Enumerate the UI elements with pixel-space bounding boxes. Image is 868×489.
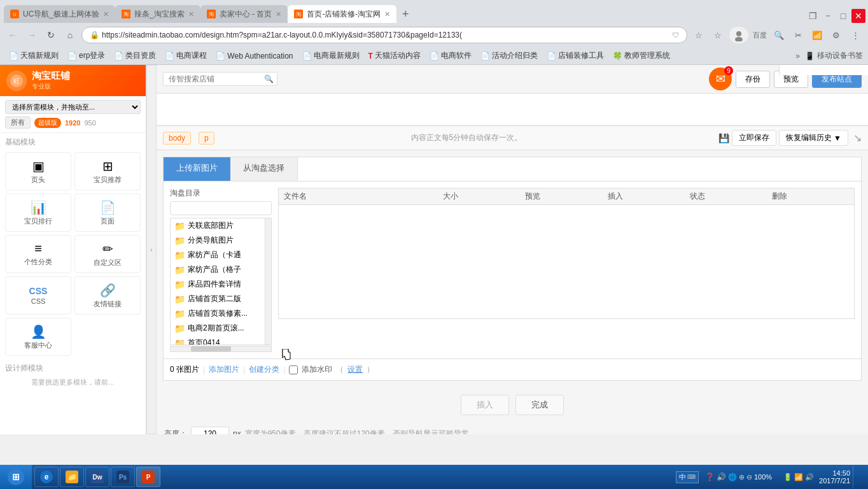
taskbar-item-ppt[interactable]: P xyxy=(136,467,160,487)
bookmarks-more-button[interactable]: » xyxy=(795,52,800,60)
folder-item-8[interactable]: 📁 首页0414 xyxy=(171,336,271,345)
tab-1-close[interactable]: ✕ xyxy=(103,10,109,18)
bookmark-activity-intro[interactable]: 📄 活动介绍归类 xyxy=(477,49,542,62)
bookmark-category[interactable]: 📄 类目资质 xyxy=(110,49,160,62)
module-select[interactable]: 选择所需模块，并拖动至... xyxy=(5,100,141,114)
tab-upload-new[interactable]: 上传新图片 xyxy=(164,157,230,181)
module-item-recommend[interactable]: ⊞ 宝贝推荐 xyxy=(74,152,141,190)
folder-search-input[interactable] xyxy=(170,201,272,215)
tab-1[interactable]: U UC导航_极速上网体验 ✕ xyxy=(4,5,115,23)
bookmark-course[interactable]: 📄 电商课程 xyxy=(161,49,211,62)
restore-window-icon[interactable]: ❐ xyxy=(806,9,820,23)
bookmark-webauth[interactable]: 📄 Web Authentication xyxy=(212,50,297,62)
zoom-minus-icon[interactable]: ⊖ xyxy=(746,473,752,481)
folder-item-4[interactable]: 📁 床品四件套详情 xyxy=(171,277,271,292)
module-item-ranking[interactable]: 📊 宝贝排行 xyxy=(5,194,71,232)
bookmark-erp[interactable]: 📄 erp登录 xyxy=(64,49,109,62)
taskbar-clock[interactable]: 14:50 2017/7/21 xyxy=(819,469,850,485)
star-bookmark-button[interactable]: ☆ xyxy=(691,27,706,43)
mobile-bookmark-area[interactable]: 📱 移动设备书签 xyxy=(805,50,863,61)
module-item-css[interactable]: CSS CSS xyxy=(5,276,71,315)
tab-4-close[interactable]: ✕ xyxy=(384,10,390,18)
module-item-page[interactable]: 📄 页面 xyxy=(74,194,141,232)
tab-4[interactable]: 淘 首页-店铺装修-淘宝网 ✕ xyxy=(288,5,396,23)
bookmarks-bar: 📄 天猫新规则 📄 erp登录 📄 类目资质 📄 电商课程 📄 Web Auth… xyxy=(0,47,868,65)
bookmark-teacher-system[interactable]: 🍀 教师管理系统 xyxy=(609,49,674,62)
folder-hscrollbar[interactable] xyxy=(170,346,272,352)
back-button[interactable]: ← xyxy=(5,27,20,43)
folder-item-7[interactable]: 📁 电商2期首页滚... xyxy=(171,321,271,336)
tools-icon[interactable]: ✂ xyxy=(790,27,806,43)
module-item-custom[interactable]: ✏ 自定义区 xyxy=(74,235,141,273)
module-item-links[interactable]: 🔗 友情链接 xyxy=(74,276,141,315)
sound-icon[interactable]: 🔊 xyxy=(717,472,726,481)
watermark-settings-link[interactable]: 设置 xyxy=(347,364,363,375)
bookmark-ecommerce-news[interactable]: 📄 电商最新规则 xyxy=(298,49,363,62)
module-item-category[interactable]: ≡ 个性分类 xyxy=(5,235,71,273)
history-restore-button[interactable]: 恢复编辑历史 ▼ xyxy=(779,130,848,146)
folder-scrollbar[interactable] xyxy=(265,218,271,344)
network-icon[interactable]: 🌐 xyxy=(728,473,737,481)
folder-item-5[interactable]: 📁 店铺首页第二版 xyxy=(171,292,271,306)
tag-body[interactable]: body xyxy=(163,132,191,145)
start-button[interactable]: ⊞ xyxy=(0,465,32,489)
bookmark-tmall-activity[interactable]: T 天猫活动内容 xyxy=(365,49,424,62)
taskbar-item-ps[interactable]: Ps xyxy=(111,467,135,487)
forward-button[interactable]: → xyxy=(24,27,39,43)
taskbar-item-explorer[interactable]: 📁 xyxy=(60,467,84,487)
question-icon[interactable]: ❓ xyxy=(705,472,715,481)
browser-search-button[interactable]: 🔍 xyxy=(771,27,787,43)
menu-button[interactable]: ⋮ xyxy=(848,27,863,43)
sidebar-expand-handle[interactable]: ‹ xyxy=(146,65,157,434)
bookmark-tianmao[interactable]: 📄 天猫新规则 xyxy=(5,49,62,62)
search-engine-button[interactable]: 百度 xyxy=(752,27,767,43)
done-button[interactable]: 完成 xyxy=(515,395,564,415)
immediate-save-button[interactable]: 立即保存 xyxy=(732,130,776,146)
folder-item-0[interactable]: 📁 关联底部图片 xyxy=(171,218,271,233)
tab-2[interactable]: 淘 辣条_淘宝搜索 ✕ xyxy=(115,5,200,23)
address-input-container[interactable]: 🔒 https://siteadmin.taobao.com/design.ht… xyxy=(81,27,687,43)
bookmark-shop-tools[interactable]: 📄 店铺装修工具 xyxy=(543,49,608,62)
create-category-link[interactable]: 创建分类 xyxy=(249,364,279,375)
size-1920[interactable]: 1920 xyxy=(65,119,80,127)
bookmark-list-button[interactable]: ☆ xyxy=(710,27,725,43)
show-desktop-button[interactable] xyxy=(853,465,863,488)
home-button[interactable]: ⌂ xyxy=(62,27,78,43)
taskbar-item-dw[interactable]: Dw xyxy=(85,467,109,487)
tab-2-close[interactable]: ✕ xyxy=(188,10,194,18)
close-window-button[interactable]: ✕ xyxy=(851,9,865,23)
minimize-window-button[interactable]: － xyxy=(821,9,835,23)
wifi-icon[interactable]: 📶 xyxy=(809,27,825,43)
all-modules-badge[interactable]: 所有 xyxy=(5,117,31,129)
maximize-window-button[interactable]: □ xyxy=(836,9,850,23)
module-item-service[interactable]: 👤 客服中心 xyxy=(5,318,71,356)
insert-button[interactable]: 插入 xyxy=(461,395,509,415)
folder-item-1[interactable]: 📁 分类导航图片 xyxy=(171,233,271,248)
watermark-checkbox[interactable] xyxy=(289,365,298,374)
new-tab-button[interactable]: + xyxy=(396,5,414,23)
size-950[interactable]: 950 xyxy=(84,119,95,127)
upload-images-link[interactable]: 添加图片 xyxy=(209,364,239,375)
folder-tree[interactable]: 📁 关联底部图片 📁 分类导航图片 📁 家纺产品（卡通 📁 xyxy=(170,218,272,345)
tab-2-title: 辣条_淘宝搜索 xyxy=(134,9,185,20)
taskbar-item-ie[interactable]: e xyxy=(34,467,59,487)
folder-item-3[interactable]: 📁 家纺产品（格子 xyxy=(171,262,271,277)
tab-3[interactable]: 淘 卖家中心 - 首页 ✕ xyxy=(200,5,288,23)
folder-item-6[interactable]: 📁 店铺首页装修素... xyxy=(171,306,271,321)
refresh-button[interactable]: ↻ xyxy=(43,27,59,43)
resize-handle[interactable]: ↘ xyxy=(853,132,862,144)
zoom-icon[interactable]: ⊕ xyxy=(739,473,745,481)
bookmark-ecommerce-software[interactable]: 📄 电商软件 xyxy=(426,49,475,62)
tab-taopan-select[interactable]: 从淘盘选择 xyxy=(230,157,298,181)
module-item-head[interactable]: ▣ 页头 xyxy=(5,152,71,190)
browser-avatar[interactable] xyxy=(729,27,748,43)
shop-search-input[interactable] xyxy=(163,72,277,86)
notification-bell[interactable]: ✉ 9 xyxy=(709,67,732,90)
height-input[interactable]: 120 xyxy=(191,427,229,434)
extension-icon[interactable]: ⚙ xyxy=(829,27,844,43)
tab-3-close[interactable]: ✕ xyxy=(276,10,281,18)
folder-item-2[interactable]: 📁 家纺产品（卡通 xyxy=(171,248,271,262)
tag-p[interactable]: p xyxy=(199,132,214,145)
save-draft-button[interactable]: 存份 xyxy=(736,71,770,88)
ime-bar[interactable]: 中 ⌨ xyxy=(676,471,699,483)
